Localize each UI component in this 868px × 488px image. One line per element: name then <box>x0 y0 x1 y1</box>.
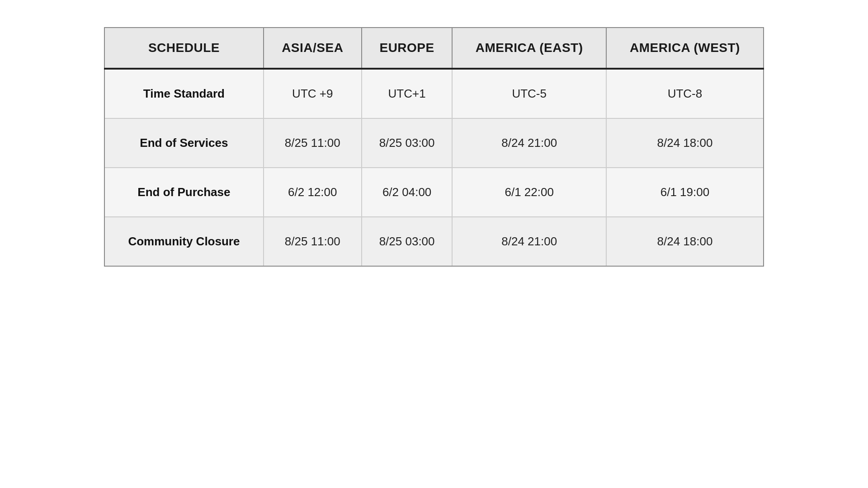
col-header-america-east: AMERICA (EAST) <box>452 28 606 69</box>
table-body: Time StandardUTC +9UTC+1UTC-5UTC-8End of… <box>104 69 764 266</box>
cell-community-closure-label: Community Closure <box>104 217 264 266</box>
cell-community-closure-america-east: 8/24 21:00 <box>452 217 606 266</box>
cell-end-of-services-america-west: 8/24 18:00 <box>606 118 764 168</box>
cell-end-of-purchase-label: End of Purchase <box>104 168 264 217</box>
cell-end-of-services-label: End of Services <box>104 118 264 168</box>
cell-end-of-services-america-east: 8/24 21:00 <box>452 118 606 168</box>
cell-community-closure-europe: 8/25 03:00 <box>362 217 453 266</box>
cell-community-closure-asia: 8/25 11:00 <box>264 217 362 266</box>
cell-end-of-purchase-america-west: 6/1 19:00 <box>606 168 764 217</box>
cell-time-standard-asia: UTC +9 <box>264 69 362 118</box>
cell-end-of-services-europe: 8/25 03:00 <box>362 118 453 168</box>
col-header-schedule: SCHEDULE <box>104 28 264 69</box>
col-header-europe: EUROPE <box>362 28 453 69</box>
col-header-america-west: AMERICA (WEST) <box>606 28 764 69</box>
table-row-community-closure: Community Closure8/25 11:008/25 03:008/2… <box>104 217 764 266</box>
cell-time-standard-label: Time Standard <box>104 69 264 118</box>
cell-end-of-purchase-america-east: 6/1 22:00 <box>452 168 606 217</box>
cell-end-of-purchase-europe: 6/2 04:00 <box>362 168 453 217</box>
header-row: SCHEDULE ASIA/SEA EUROPE AMERICA (EAST) … <box>104 28 764 69</box>
schedule-table-wrapper: SCHEDULE ASIA/SEA EUROPE AMERICA (EAST) … <box>104 27 764 267</box>
schedule-table: SCHEDULE ASIA/SEA EUROPE AMERICA (EAST) … <box>104 27 764 267</box>
table-row-end-of-purchase: End of Purchase6/2 12:006/2 04:006/1 22:… <box>104 168 764 217</box>
cell-time-standard-america-east: UTC-5 <box>452 69 606 118</box>
cell-time-standard-america-west: UTC-8 <box>606 69 764 118</box>
table-row-end-of-services: End of Services8/25 11:008/25 03:008/24 … <box>104 118 764 168</box>
cell-end-of-purchase-asia: 6/2 12:00 <box>264 168 362 217</box>
cell-time-standard-europe: UTC+1 <box>362 69 453 118</box>
cell-end-of-services-asia: 8/25 11:00 <box>264 118 362 168</box>
table-header: SCHEDULE ASIA/SEA EUROPE AMERICA (EAST) … <box>104 28 764 69</box>
cell-community-closure-america-west: 8/24 18:00 <box>606 217 764 266</box>
table-row-time-standard: Time StandardUTC +9UTC+1UTC-5UTC-8 <box>104 69 764 118</box>
col-header-asia-sea: ASIA/SEA <box>264 28 362 69</box>
